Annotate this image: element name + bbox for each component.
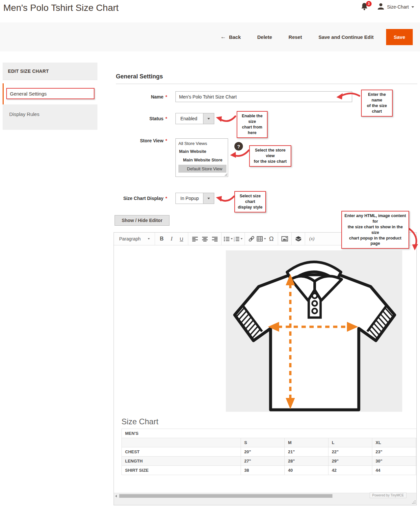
value-cell: 23" — [372, 447, 416, 457]
paragraph-format-select[interactable]: Paragraph — [116, 234, 153, 244]
delete-button[interactable]: Delete — [257, 34, 272, 40]
value-cell — [416, 447, 417, 457]
name-input[interactable] — [175, 91, 352, 102]
value-cell: 40 — [285, 466, 328, 475]
insert-link-button[interactable] — [247, 234, 256, 244]
store-view-option-main-website[interactable]: Main Website — [179, 149, 206, 154]
table-group-header-row: MEN'S — [122, 429, 417, 438]
toolbar-divider — [221, 233, 222, 245]
store-view-annotation-arrow — [229, 146, 250, 161]
italic-button[interactable]: I — [167, 234, 176, 244]
row-label-cell: SHIRT SIZE — [122, 466, 241, 475]
value-cell — [416, 466, 417, 475]
toolbar-divider — [245, 233, 245, 245]
save-and-continue-button[interactable]: Save and Continue Edit — [318, 34, 374, 40]
header-cell: XL — [372, 438, 416, 447]
size-chart-heading: Size Chart — [121, 417, 158, 426]
numbered-list-button[interactable]: 123 — [233, 234, 243, 244]
row-label-cell: CHEST — [122, 447, 241, 457]
sidebar-heading: EDIT SIZE CHART — [3, 63, 97, 80]
store-view-option-all[interactable]: All Store Views — [178, 141, 207, 146]
align-right-button[interactable] — [210, 234, 220, 244]
resize-grip-icon[interactable] — [411, 500, 416, 504]
value-cell: 21" — [285, 447, 328, 457]
display-selected-value: In Popup — [176, 193, 203, 204]
status-label: Status* — [116, 116, 167, 121]
status-select[interactable]: Enabled — [175, 113, 214, 124]
scrollbar-thumb[interactable] — [119, 494, 332, 498]
name-annotation-arrow — [335, 91, 361, 102]
editor-annotation: Enter any HTML, image content for the si… — [341, 211, 409, 249]
chevron-down-icon — [231, 238, 233, 239]
sidebar: EDIT SIZE CHART General Settings Display… — [3, 63, 97, 130]
special-character-button[interactable]: Ω — [266, 234, 276, 244]
user-name: Size-Chart — [387, 4, 409, 10]
value-cell: 38 — [241, 466, 285, 475]
powered-by-tinymce: Powered by TinyMCE — [370, 492, 407, 498]
chevron-down-icon — [264, 238, 266, 239]
table-column-header-row: S M L XL — [122, 438, 417, 447]
chevron-down-icon — [148, 238, 150, 239]
align-left-button[interactable] — [190, 234, 200, 244]
notifications-button[interactable]: 3 — [361, 3, 369, 11]
chevron-down-icon — [207, 118, 210, 120]
value-cell: 42 — [328, 466, 372, 475]
section-title: General Settings — [116, 73, 163, 80]
table-row: CHEST 20" 21" 22" 23" — [122, 447, 417, 457]
size-chart-table: MEN'S S M L XL CHEST 20" 21" 22" 23" LEN… — [121, 429, 416, 475]
group-header-cell: MEN'S — [122, 429, 417, 438]
sidebar-item-general-settings[interactable]: General Settings — [3, 83, 97, 104]
name-annotation: Enter the name of the size chart — [361, 90, 393, 117]
underline-button[interactable]: U — [176, 234, 186, 244]
table-row: LENGTH 27" 28" 29" 30" — [122, 457, 417, 466]
reset-button[interactable]: Reset — [289, 34, 302, 40]
display-dropdown-button[interactable] — [203, 193, 214, 204]
toolbar-divider — [155, 233, 155, 245]
name-label: Name* — [116, 94, 167, 99]
table-row: SHIRT SIZE 38 40 42 44 — [122, 466, 417, 475]
page-title: Men's Polo Tshirt Size Chart — [3, 3, 118, 13]
size-chart-display-label: Size Chart Display* — [116, 196, 167, 201]
value-cell: 22" — [328, 447, 372, 457]
status-dropdown-button[interactable] — [203, 113, 214, 124]
store-view-multiselect[interactable]: All Store Views Main Website Main Websit… — [175, 138, 228, 177]
align-center-button[interactable] — [200, 234, 210, 244]
svg-text:3: 3 — [234, 240, 235, 241]
back-button[interactable]: ← Back — [221, 34, 241, 40]
header-cell — [122, 438, 241, 447]
insert-widget-button[interactable] — [293, 234, 303, 244]
editor-status-bar — [114, 498, 416, 505]
resize-handle-icon[interactable] — [224, 173, 227, 176]
sidebar-item-display-rules[interactable]: Display Rules — [3, 104, 97, 130]
bell-icon — [361, 6, 368, 12]
value-cell: 29" — [328, 457, 372, 466]
bold-button[interactable]: B — [157, 234, 167, 244]
user-menu[interactable]: Size-Chart — [377, 3, 414, 11]
scroll-left-icon[interactable] — [115, 495, 117, 497]
bullet-list-button[interactable] — [223, 234, 233, 244]
display-annotation: Select size chart display style — [234, 191, 266, 212]
section-divider — [116, 84, 417, 84]
chevron-down-icon — [241, 238, 243, 239]
store-view-option-main-website-store[interactable]: Main Website Store — [183, 157, 223, 162]
store-view-option-default-selected[interactable]: Default Store View — [178, 165, 226, 173]
insert-image-button[interactable] — [280, 234, 290, 244]
store-view-annotation: Select the store view for the size chart — [249, 145, 291, 167]
insert-table-button[interactable] — [256, 234, 266, 244]
user-icon — [377, 3, 384, 11]
save-button[interactable]: Save — [386, 29, 413, 45]
toolbar-divider — [291, 233, 292, 245]
show-hide-editor-button[interactable]: Show / Hide Editor — [115, 215, 170, 226]
wysiwyg-editor: Paragraph B I U 123 — [114, 232, 417, 505]
status-annotation-arrow — [215, 113, 237, 125]
required-icon: * — [166, 196, 167, 201]
editor-content-area[interactable]: Size Chart MEN'S S M L XL CHEST 20" 21" … — [114, 245, 416, 498]
header-cell: L — [328, 438, 372, 447]
size-chart-display-select[interactable]: In Popup — [175, 193, 214, 204]
insert-variable-button[interactable]: (x) — [307, 234, 317, 244]
value-cell — [416, 457, 417, 466]
chevron-down-icon — [207, 198, 210, 199]
required-icon: * — [166, 116, 167, 121]
toolbar-divider — [188, 233, 188, 245]
store-view-label: Store View* — [116, 138, 167, 143]
